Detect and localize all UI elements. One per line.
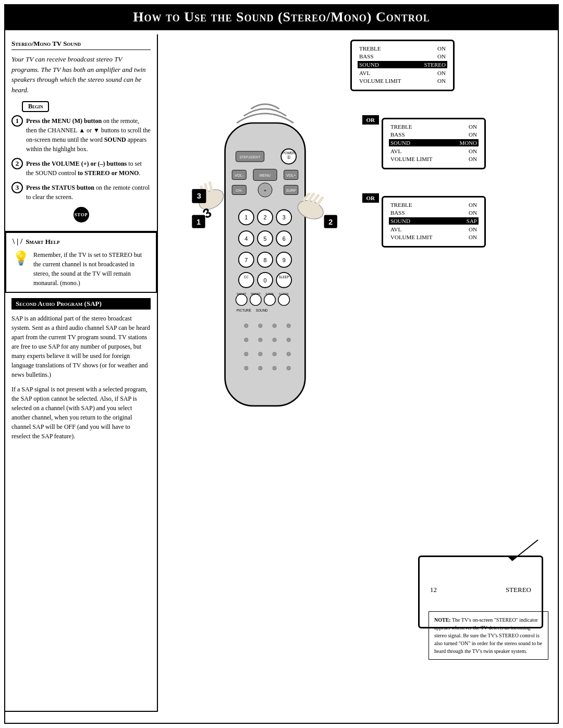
- svg-text:MENU: MENU: [260, 173, 271, 178]
- screen3-row-vollimit: VOLUME LIMITON: [390, 234, 477, 240]
- svg-text:1: 1: [197, 218, 201, 226]
- screen1-row-sound: SOUNDSTEREO: [358, 61, 447, 68]
- svg-line-85: [512, 540, 538, 561]
- svg-point-61: [259, 352, 262, 356]
- step-2-circle: 2: [11, 158, 23, 169]
- svg-text:4: 4: [244, 236, 248, 242]
- svg-text:SURF: SURF: [286, 188, 296, 193]
- svg-point-66: [273, 366, 276, 370]
- svg-point-55: [287, 324, 290, 327]
- screen1-row-avl: AVLON: [359, 70, 446, 76]
- note-text: The TV's on-screen "STEREO" indicator ap…: [434, 617, 542, 654]
- svg-point-67: [287, 366, 290, 370]
- remote-illustration-wrap: STATUS/EXIT POWER ① VOL- MENU VOL+ CH-: [168, 76, 361, 469]
- screen3-wrap: TREBLEON BASSON SOUNDSAP AVLON VOLUME LI…: [382, 196, 486, 248]
- begin-button[interactable]: Begin: [22, 101, 49, 112]
- svg-point-53: [259, 324, 262, 327]
- screen2-row-treble: TREBLEON: [390, 124, 477, 130]
- svg-text:CLOCK: CLOCK: [279, 292, 289, 295]
- step-3: 3 Press the STATUS button on the remote …: [11, 183, 151, 202]
- svg-text:2: 2: [263, 214, 266, 220]
- step-3-circle: 3: [11, 182, 23, 193]
- svg-text:PICTURE: PICTURE: [237, 309, 251, 312]
- stereo-indicator: STEREO: [506, 586, 531, 594]
- screen2-row-sound: SOUNDMONO: [389, 139, 479, 146]
- svg-text:+: +: [264, 188, 266, 193]
- svg-line-80: [317, 197, 322, 205]
- screen3-row-sound: SOUNDSAP: [389, 217, 479, 225]
- step-1-text: Press the MENU (M) button on the remote,…: [26, 116, 151, 154]
- remote-svg: STATUS/EXIT POWER ① VOL- MENU VOL+ CH-: [168, 76, 366, 467]
- svg-point-63: [287, 352, 290, 356]
- lightbulb-icon: 💡: [13, 250, 29, 266]
- svg-text:6: 6: [283, 236, 286, 242]
- screen4-channel-row: 12 STEREO: [430, 586, 531, 594]
- smart-help-section: \ | / Smart Help 💡 Remember, if the TV i…: [5, 232, 157, 293]
- stop-button-wrap: STOP: [11, 207, 151, 223]
- svg-point-62: [273, 352, 276, 356]
- sap-text-2: If a SAP signal is not present with a se…: [11, 385, 151, 441]
- svg-text:5: 5: [263, 236, 266, 242]
- svg-text:CH-: CH-: [236, 188, 242, 193]
- svg-text:1: 1: [244, 214, 248, 220]
- svg-text:9: 9: [283, 257, 286, 263]
- tv-screen-3: TREBLEON BASSON SOUNDSAP AVLON VOLUME LI…: [382, 196, 486, 248]
- channel-number: 12: [430, 586, 437, 594]
- note-label: NOTE:: [434, 617, 451, 623]
- step-2-text: Press the VOLUME (+) or (–) buttons to s…: [26, 159, 151, 178]
- step-3-text: Press the STATUS button on the remote co…: [26, 183, 151, 202]
- svg-point-65: [259, 366, 262, 370]
- svg-point-59: [287, 338, 290, 342]
- smart-help-text: Remember, if the TV is set to STEREO but…: [33, 250, 150, 288]
- screen2-row-avl: AVLON: [390, 148, 477, 154]
- svg-text:8: 8: [263, 257, 266, 263]
- svg-text:SMART: SMART: [251, 292, 261, 295]
- svg-text:①: ①: [287, 155, 291, 160]
- svg-point-64: [244, 366, 248, 370]
- svg-text:SLEEP: SLEEP: [278, 275, 289, 279]
- screen2-wrap: TREBLEON BASSON SOUNDMONO AVLON VOLUME L…: [382, 118, 486, 169]
- svg-point-58: [273, 338, 276, 342]
- screen3-row-treble: TREBLEON: [390, 202, 477, 208]
- svg-text:SMART: SMART: [237, 292, 247, 295]
- svg-point-57: [259, 338, 262, 342]
- svg-point-48: [278, 294, 290, 305]
- screen3-row-bass: BASSON: [390, 209, 477, 216]
- svg-text:7: 7: [244, 257, 248, 263]
- tv-screen-2: TREBLEON BASSON SOUNDMONO AVLON VOLUME L…: [382, 118, 486, 169]
- left-column: Stereo/Mono TV Sound Your TV can receive…: [4, 34, 158, 712]
- svg-text:3: 3: [197, 192, 201, 200]
- svg-point-52: [244, 324, 248, 327]
- svg-text:2: 2: [328, 218, 333, 226]
- svg-line-72: [208, 183, 214, 191]
- sap-title: Second Audio Program (SAP): [11, 298, 151, 310]
- svg-point-54: [273, 324, 276, 327]
- stereo-mono-section: Stereo/Mono TV Sound Your TV can receive…: [5, 34, 157, 232]
- stereo-mono-title: Stereo/Mono TV Sound: [11, 40, 151, 50]
- svg-text:POWER: POWER: [283, 151, 295, 155]
- step-2: 2 Press the VOLUME (+) or (–) buttons to…: [11, 159, 151, 178]
- screen1-row-bass: BASSON: [359, 53, 446, 59]
- smart-help-title-text: Smart Help: [26, 238, 59, 246]
- screen2-row-vollimit: VOLUME LIMITON: [390, 156, 477, 162]
- screen1-row-treble: TREBLEON: [359, 45, 446, 52]
- svg-line-79: [313, 195, 318, 203]
- svg-text:VOL+: VOL+: [286, 173, 296, 178]
- main-content: Stereo/Mono TV Sound Your TV can receive…: [4, 34, 559, 712]
- stereo-intro-text: Your TV can receive broadcast stereo TV …: [11, 54, 151, 95]
- svg-text:STATUS/EXIT: STATUS/EXIT: [240, 155, 261, 159]
- arrow-svg: [496, 535, 548, 566]
- screen1-row-vollimit: VOLUME LIMITON: [359, 78, 446, 84]
- svg-text:GAME: GAME: [266, 292, 274, 295]
- svg-text:VOL-: VOL-: [235, 173, 243, 178]
- step-1-circle: 1: [11, 115, 23, 127]
- svg-point-44: [250, 294, 262, 305]
- svg-point-46: [264, 294, 276, 305]
- sap-section: Second Audio Program (SAP) SAP is an add…: [5, 293, 157, 446]
- step-1: 1 Press the MENU (M) button on the remot…: [11, 116, 151, 154]
- svg-text:3: 3: [283, 214, 286, 220]
- svg-text:0: 0: [263, 277, 266, 283]
- sap-text-1: SAP is an additional part of the stereo …: [11, 314, 151, 379]
- screen3-row-avl: AVLON: [390, 226, 477, 232]
- smart-help-header: \ | / Smart Help: [13, 237, 150, 246]
